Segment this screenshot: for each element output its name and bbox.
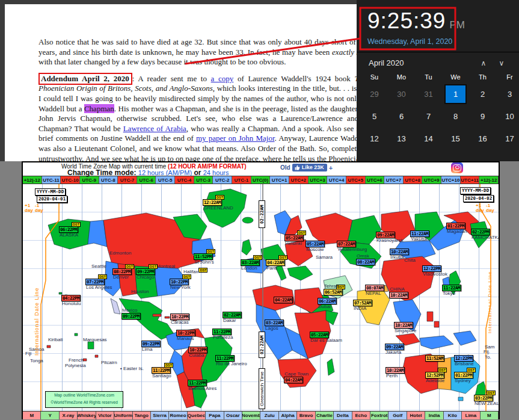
calendar-date-selected[interactable]: 1	[442, 83, 469, 105]
calendar-date[interactable]: 3	[496, 83, 519, 105]
dst-badge: DST	[198, 268, 207, 273]
nato-letter-cell[interactable]: Y	[41, 412, 59, 419]
calendar-date[interactable]: 31	[415, 83, 442, 105]
date-format-box-left: YYYY-MM-DD	[35, 188, 66, 196]
city-time-box-london: 03:22AMDSTLondon	[241, 259, 260, 266]
utc-zone-cell[interactable]: UTC-5	[156, 176, 175, 184]
nato-letter-cell[interactable]: X-ray	[60, 412, 78, 419]
calendar-date[interactable]: 16	[469, 128, 496, 150]
doc-redbox: Addendum April 2, 2020	[38, 73, 132, 85]
instagram-icon[interactable]	[451, 162, 463, 173]
dst-badge: DST	[72, 222, 81, 227]
utc-zone-cell[interactable]: UTC+1	[270, 176, 289, 184]
city-time-box-lima: 09:22PMLima	[141, 341, 161, 347]
nato-letter-cell[interactable]: Delta	[334, 412, 352, 419]
utc-zone-cell[interactable]: UTC+2	[289, 176, 309, 184]
nato-letter-cell[interactable]: Lima	[462, 412, 480, 419]
nato-letter-cell[interactable]: India	[425, 412, 443, 419]
utc-zone-cell[interactable]: UTC-8	[99, 176, 118, 184]
nato-letter-cell[interactable]: Foxtrot	[370, 412, 388, 419]
utc-zone-cell[interactable]: UTC-4	[175, 176, 194, 184]
nato-letter-cell[interactable]: Echo	[352, 412, 370, 419]
nato-letter-cell[interactable]: Hotel	[407, 412, 425, 419]
doc-link[interactable]: Lawrence of Arabia	[123, 124, 186, 133]
utc-zone-cell[interactable]: UTC-2	[213, 176, 232, 184]
chevron-down-icon[interactable]: ∨	[493, 59, 511, 67]
city-time-box-adelaide: 12:52PMDSTAdelaide	[425, 372, 444, 378]
nato-letter-cell[interactable]: M	[23, 412, 41, 419]
plus-label: +	[329, 164, 333, 171]
nato-letter-cell[interactable]: Oscar	[224, 412, 242, 419]
utc-zone-cell[interactable]: UTC-7	[118, 176, 137, 184]
calendar-date[interactable]: 6	[388, 105, 415, 128]
city-time-box-manaus: 10:22PMManaus	[176, 330, 195, 336]
utc-zone-cell[interactable]: UTC-9	[80, 176, 99, 184]
utc-zone-cell[interactable]: UTC+6	[366, 176, 385, 184]
calendar-date[interactable]: 5	[361, 105, 388, 128]
utc-zone-cell[interactable]: UTC+10	[441, 176, 461, 184]
city-time-box-new-zealand: 03:22PMDSTNEW ZEALAND	[474, 395, 493, 401]
city-label: Cape Town	[284, 371, 309, 377]
calendar-date[interactable]: 7	[415, 105, 442, 128]
nato-letter-cell[interactable]: Kilo	[444, 412, 462, 419]
nato-letter-cell[interactable]: Victor	[96, 412, 114, 419]
nato-letter-cell[interactable]: Tango	[133, 412, 151, 419]
clock-time: 9:25:39	[367, 8, 446, 33]
nato-letter-cell[interactable]: Bravo	[297, 412, 315, 419]
copyright-line-2: ©WorldTimeZone All Rights reserved	[46, 399, 123, 406]
utc-zone-cell[interactable]: UTC-1	[232, 176, 251, 184]
calendar-date[interactable]: 9	[469, 105, 496, 128]
calendar-date[interactable]: 30	[388, 83, 415, 105]
chevron-up-icon[interactable]: ∧	[474, 59, 493, 67]
calendar-month-label[interactable]: April 2020	[369, 58, 474, 67]
nato-letter-cell[interactable]: Papa	[206, 412, 224, 419]
calendar-date[interactable]: 15	[442, 128, 469, 150]
doc-link[interactable]: my paper on John Major	[196, 134, 275, 143]
mode-12h-link[interactable]: 12 hours (AM/PM)	[138, 169, 192, 176]
city-time-box-perth: 10:22AMPerth	[385, 367, 405, 374]
city-label: Irkutsk	[390, 255, 405, 260]
nato-letter-cell[interactable]: Novemb	[242, 412, 260, 419]
utc-zone-cell[interactable]: UTC+8	[404, 176, 423, 184]
document-paragraph-1: Also notice that he was said to have die…	[38, 37, 366, 67]
utc-zone-cell[interactable]: UTC+4	[327, 176, 346, 184]
nato-letter-cell[interactable]: Alpha	[279, 412, 297, 419]
utc-zone-cell[interactable]: UTC+5	[346, 176, 366, 184]
mode-24h-link[interactable]: 24 hours	[203, 169, 229, 176]
utc-zone-cell[interactable]: UTC+11	[461, 176, 480, 184]
calendar-date[interactable]: 29	[361, 83, 388, 105]
utc-zone-cell[interactable]: UTC+3	[309, 176, 328, 184]
nato-letter-cell[interactable]: Charlie	[316, 412, 334, 419]
nato-letter-cell[interactable]: Quebec	[188, 412, 206, 419]
nato-letter-cell[interactable]: Golf	[388, 412, 407, 419]
calendar-date[interactable]: 8	[442, 105, 469, 128]
city-label: London	[241, 265, 257, 271]
nato-letter-cell[interactable]: Uniform	[114, 412, 132, 419]
facebook-like-button[interactable]: Like 23K	[292, 164, 327, 171]
nato-letter-cell[interactable]: Sierra	[151, 412, 169, 419]
utc-zone-cell[interactable]: +12|-12	[23, 176, 42, 184]
calendar-selected-box[interactable]: 1	[444, 84, 467, 104]
nato-letter-cell[interactable]: Romeo	[169, 412, 187, 419]
clock-date-link[interactable]: Wednesday, April 1, 2020	[367, 37, 519, 46]
calendar-date[interactable]: 17	[496, 128, 519, 150]
utc-zone-cell[interactable]: UTC+9	[422, 176, 441, 184]
utc-zone-cell[interactable]: UTC-6	[137, 176, 156, 184]
nato-letter-cell[interactable]: M	[481, 412, 499, 419]
calendar-date[interactable]: 10	[496, 105, 519, 128]
nato-letter-cell[interactable]: Whiskey	[78, 412, 96, 419]
calendar-date[interactable]: 13	[388, 128, 415, 150]
calendar-grid: SuMoTuWeThFrSa29303112345678910111213141…	[361, 71, 519, 150]
nato-letter-cell[interactable]: Zulu	[260, 412, 278, 419]
utc-zone-cell[interactable]: +12|-12	[479, 176, 499, 184]
calendar-date[interactable]: 2	[469, 83, 496, 105]
doc-link[interactable]: a copy	[211, 74, 234, 83]
utc-zone-cell[interactable]: UTC-10	[61, 176, 80, 184]
calendar-date[interactable]: 14	[415, 128, 442, 150]
utc-zone-cell[interactable]: UTC(0)	[251, 176, 271, 184]
utc-zone-cell[interactable]: UTC-3	[194, 176, 213, 184]
windows-clock-flyout: 9:25:39PM Wednesday, April 1, 2020 April…	[357, 0, 519, 161]
calendar-date[interactable]: 12	[361, 128, 388, 150]
utc-zone-cell[interactable]: UTC-11	[42, 176, 61, 184]
utc-zone-cell[interactable]: UTC+7	[384, 176, 404, 184]
